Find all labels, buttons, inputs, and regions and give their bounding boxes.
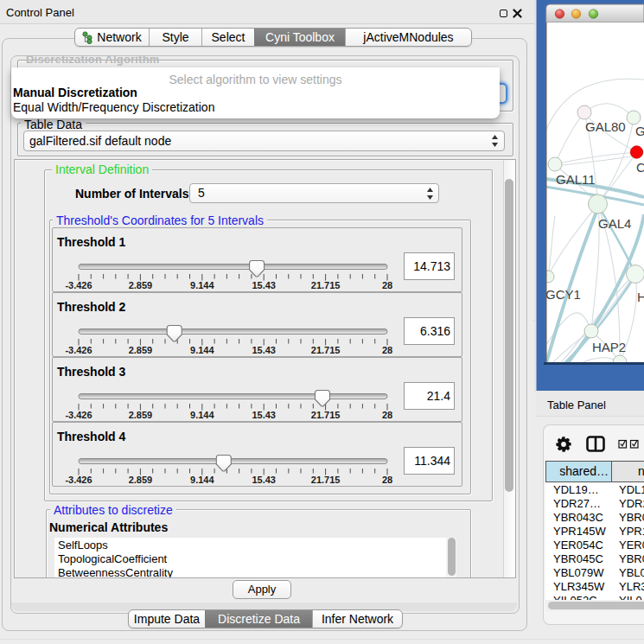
svg-text:GAL80: GAL80 (585, 119, 626, 134)
svg-text:2.859: 2.859 (129, 345, 153, 355)
svg-text:9.144: 9.144 (190, 345, 214, 355)
svg-text:21.715: 21.715 (311, 345, 341, 355)
svg-text:HAP2: HAP2 (592, 340, 626, 354)
svg-text:21.715: 21.715 (311, 410, 341, 420)
svg-text:GAL11: GAL11 (556, 172, 596, 187)
svg-text:9.144: 9.144 (190, 475, 214, 485)
svg-text:2.859: 2.859 (129, 410, 153, 420)
svg-text:2.859: 2.859 (129, 475, 153, 485)
svg-text:GCY1: GCY1 (545, 287, 581, 302)
svg-text:-3.426: -3.426 (65, 280, 92, 290)
svg-text:15.43: 15.43 (252, 410, 276, 420)
svg-text:H: H (637, 290, 644, 304)
svg-text:9.144: 9.144 (190, 410, 214, 420)
svg-text:9.144: 9.144 (190, 280, 214, 290)
svg-text:28: 28 (382, 280, 392, 290)
svg-text:28: 28 (382, 345, 392, 355)
svg-text:15.43: 15.43 (252, 280, 276, 290)
svg-text:GAL4: GAL4 (598, 216, 631, 231)
svg-text:-3.426: -3.426 (65, 475, 92, 485)
svg-text:GA: GA (635, 124, 644, 138)
svg-text:2.859: 2.859 (129, 280, 153, 290)
svg-text:-3.426: -3.426 (65, 345, 92, 355)
svg-text:15.43: 15.43 (252, 475, 276, 485)
svg-text:21.715: 21.715 (311, 475, 341, 485)
svg-text:28: 28 (382, 410, 392, 420)
svg-text:15.43: 15.43 (252, 345, 276, 355)
svg-text:-3.426: -3.426 (65, 410, 92, 420)
svg-text:C: C (636, 160, 644, 175)
svg-text:21.715: 21.715 (311, 280, 341, 290)
svg-text:28: 28 (382, 475, 392, 485)
